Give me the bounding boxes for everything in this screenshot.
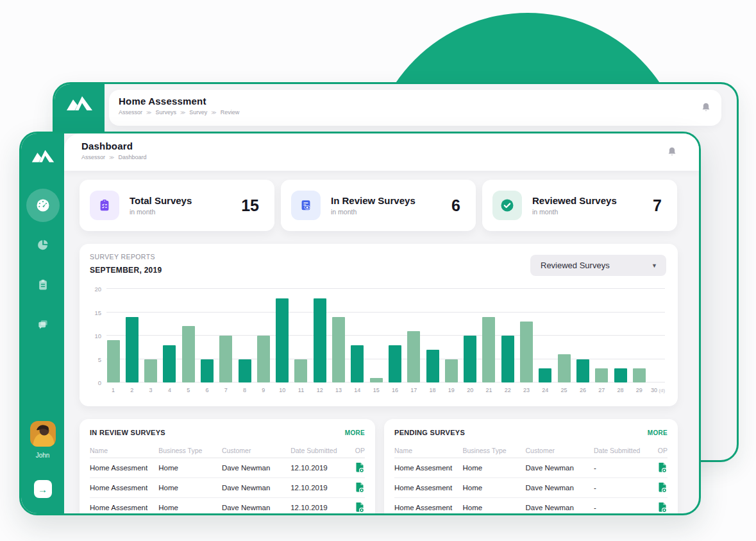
breadcrumb-item[interactable]: Assessor: [119, 109, 142, 116]
chart-bar-day-29: 29: [632, 289, 646, 382]
column-header: Business Type: [158, 447, 222, 454]
bar: [163, 345, 176, 382]
stat-label: Total Surveys: [130, 195, 192, 206]
chart-bar-day-7: 7: [219, 289, 233, 382]
document-view-icon[interactable]: [355, 462, 365, 473]
breadcrumb-item[interactable]: Surveys: [155, 109, 176, 116]
breadcrumb-item[interactable]: Review: [221, 109, 240, 116]
survey-reports-card: SURVEY REPORTS SEPTEMBER, 2019 Reviewed …: [80, 244, 678, 406]
bar: [426, 350, 439, 382]
breadcrumb-separator: ≫: [211, 110, 216, 116]
chart-bar-day-26: 26: [576, 289, 589, 382]
op-cell[interactable]: [346, 462, 365, 474]
breadcrumb: Assessor≫Dashboard: [81, 154, 699, 160]
stat-icon-tile: [492, 191, 522, 220]
sidebar-item-reports[interactable]: [37, 238, 49, 253]
back-window-header: Home Assessment Assessor≫Surveys≫Survey≫…: [109, 90, 721, 126]
document-view-icon[interactable]: [657, 482, 668, 493]
page-title: Home Assessment: [119, 96, 721, 107]
breadcrumb-item[interactable]: Survey: [189, 109, 207, 116]
op-cell[interactable]: [648, 462, 668, 474]
bar: [595, 368, 608, 382]
document-view-icon[interactable]: [355, 482, 365, 493]
bar: [558, 354, 571, 382]
arrow-right-icon: →: [38, 484, 47, 495]
table-body: NameBusiness TypeCustomerDate SubmittedO…: [90, 443, 365, 515]
bar: [501, 336, 514, 382]
op-cell[interactable]: [648, 502, 668, 514]
chart-bar-day-30: 30 (d): [651, 289, 665, 382]
chevron-down-icon: ▼: [651, 262, 657, 269]
chart-bar-day-18: 18: [426, 289, 439, 382]
op-cell[interactable]: [648, 482, 668, 494]
table-row: Home AssesmentHomeDave Newman12.10.2019: [90, 458, 365, 478]
table-cell: Home: [158, 504, 222, 511]
document-eye-icon: [299, 198, 313, 212]
table-cell: 12.10.2019: [290, 504, 346, 511]
bar: [239, 359, 251, 383]
stat-value: 6: [451, 196, 460, 215]
chart-bar-day-10: 10: [276, 289, 289, 382]
bar: [370, 378, 383, 382]
op-cell[interactable]: [346, 482, 365, 494]
sidebar-item-dashboard[interactable]: [26, 189, 60, 222]
sidebar-item-messages[interactable]: [37, 318, 49, 334]
table-cell: Home Assesment: [90, 464, 158, 472]
logout-button[interactable]: →: [34, 480, 52, 498]
table-cell: Home: [463, 484, 526, 492]
avatar[interactable]: [30, 421, 56, 447]
sidebar-item-surveys[interactable]: [37, 279, 49, 294]
bar: [351, 345, 364, 382]
x-axis-tick-label: 24: [542, 387, 548, 393]
bar: [314, 298, 326, 382]
x-axis-unit: (d): [657, 388, 665, 393]
bar: [294, 359, 307, 383]
breadcrumb-item[interactable]: Assessor: [81, 154, 105, 160]
table-cell: Home Assesment: [90, 484, 158, 492]
table-cell: Home Assesment: [394, 464, 463, 472]
table-cell: -: [594, 504, 648, 511]
pending-surveys-table: PENDING SURVEYS MORE NameBusiness TypeCu…: [384, 419, 678, 515]
x-axis-tick-label: 23: [523, 387, 530, 393]
dashboard-content: Dashboard Assessor≫Dashboard: [64, 133, 699, 513]
bar: [276, 298, 289, 382]
x-axis-tick-label: 6: [205, 387, 208, 393]
document-view-icon[interactable]: [355, 502, 365, 513]
x-axis-tick-label: 27: [598, 387, 605, 393]
notifications-bell-icon[interactable]: [701, 102, 711, 114]
window-dashboard: John → Dashboard Assessor≫Dashboard: [19, 132, 701, 515]
more-link[interactable]: MORE: [648, 429, 668, 436]
survey-filter-dropdown[interactable]: Reviewed Surveys ▼: [530, 255, 666, 276]
document-view-icon[interactable]: [657, 462, 668, 473]
op-cell[interactable]: [346, 502, 365, 514]
y-axis-tick-label: 5: [90, 356, 101, 363]
sidebar: John →: [21, 133, 64, 513]
table-cell: Dave Newman: [525, 484, 594, 492]
table-cell: Dave Newman: [222, 464, 290, 472]
avatar-photo: [30, 421, 56, 447]
table-row: Home AssesmentHomeDave Newman-: [394, 478, 668, 498]
more-link[interactable]: MORE: [345, 429, 365, 436]
chart-bar-day-21: 21: [482, 289, 496, 382]
x-axis-tick-label: 4: [168, 387, 171, 393]
document-view-icon[interactable]: [657, 502, 668, 513]
table-cell: -: [594, 464, 648, 472]
breadcrumb-item[interactable]: Dashboard: [118, 154, 146, 160]
bar: [201, 359, 214, 383]
x-axis-tick-label: 16: [392, 387, 398, 393]
stat-label: Reviewed Surveys: [532, 195, 617, 206]
chart-bar-day-20: 20: [464, 289, 477, 382]
stat-icon-tile: [90, 191, 119, 220]
x-axis-tick-label: 19: [448, 387, 455, 393]
table-cell: -: [594, 484, 648, 492]
column-header: Name: [394, 447, 463, 454]
x-axis-tick-label: 2: [130, 387, 133, 393]
notifications-bell-icon[interactable]: [667, 146, 677, 158]
x-axis-tick-label: 14: [354, 387, 360, 393]
dropdown-value: Reviewed Surveys: [541, 261, 610, 270]
stat-card-reviewed-surveys: Reviewed Surveys in month 7: [482, 180, 677, 231]
table-cell: Dave Newman: [525, 464, 594, 472]
bars-area: 1234567891011121314151617181920212223242…: [106, 289, 665, 382]
x-axis-tick-label: 13: [335, 387, 342, 393]
chart-bar-day-3: 3: [144, 289, 158, 382]
